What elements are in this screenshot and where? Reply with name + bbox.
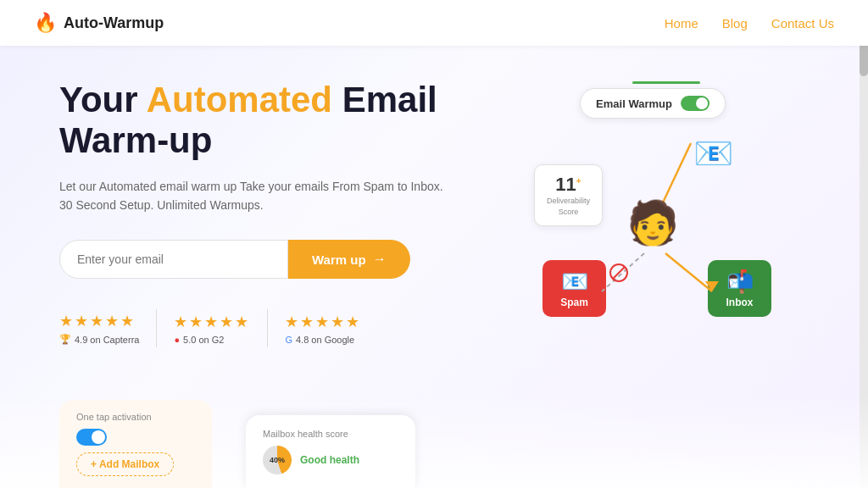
deliverability-score-card: 11+ Deliverability Score [534,164,603,226]
g2-stars: ★★★★★ [174,313,250,331]
right-illustration: Email Warmup 11+ [517,80,788,347]
svg-line-2 [665,253,712,291]
logo: 🔥 Auto-Warmup [34,12,164,34]
capterra-text: 4.9 on Capterra [75,335,139,345]
health-title: Mailbox health score [263,429,398,439]
google-text: 4.8 on Google [296,335,354,345]
logo-text: Auto-Warmup [64,14,164,32]
warmup-button-label: Warm up [312,252,366,267]
ratings-row: ★★★★★ 🏆 4.9 on Capterra ★★★★★ ● 5.0 on G… [59,309,500,347]
google-icon: G [285,335,292,345]
spam-box: 📧 Spam [542,260,606,317]
g2-label: ● 5.0 on G2 [174,335,224,345]
email-warmup-card: Email Warmup [580,88,726,119]
email-warmup-label: Email Warmup [596,97,672,110]
score-number: 11+ [547,174,590,196]
activation-card: One tap activation + Add Mailbox [59,400,212,488]
nav-contact[interactable]: Contact Us [771,16,834,30]
rating-capterra: ★★★★★ 🏆 4.9 on Capterra [59,312,139,345]
rating-divider-2 [267,309,268,347]
rating-g2: ★★★★★ ● 5.0 on G2 [174,313,250,345]
google-label: G 4.8 on Google [285,335,354,345]
headline-automated: Automated [147,80,332,119]
left-section: Your Automated Email Warm-up Let our Aut… [59,80,500,347]
main-content: Your Automated Email Warm-up Let our Aut… [0,46,868,364]
warmup-toggle[interactable] [681,96,709,111]
capterra-icon: 🏆 [59,334,71,345]
svg-line-1 [602,253,644,291]
health-circle: 40% [263,446,292,474]
nav: Home Blog Contact Us [665,16,834,30]
rating-google: ★★★★★ G 4.8 on Google [285,313,361,345]
bottom-preview: One tap activation + Add Mailbox Mailbox… [0,395,868,488]
add-mailbox-label: + Add Mailbox [91,458,159,470]
warmup-arrow-icon: → [373,252,387,267]
inbox-box: 📬 Inbox [708,260,771,317]
score-label: Deliverability Score [547,196,590,217]
illustration-container: Email Warmup 11+ [526,88,780,325]
subtitle-line2: 30 Second Setup. Unlimited Warmups. [59,198,264,212]
activation-toggle-row [76,429,195,446]
svg-point-4 [610,264,627,281]
logo-icon: 🔥 [34,12,57,34]
person-figure: 🧑 [626,198,679,247]
health-card: Mailbox health score 40% Good health [246,415,415,488]
capterra-stars: ★★★★★ [59,312,136,330]
g2-icon: ● [174,335,180,345]
spam-label: Spam [560,297,588,308]
nav-blog[interactable]: Blog [722,16,748,30]
activation-title: One tap activation [76,412,195,422]
activation-toggle[interactable] [76,429,107,446]
header: 🔥 Auto-Warmup Home Blog Contact Us [0,0,868,46]
svg-line-5 [613,267,625,279]
health-label: Good health [300,454,359,466]
envelope-icon: 📧 [693,135,733,172]
inbox-label: Inbox [726,297,754,308]
inbox-box-icon: 📬 [721,269,758,295]
green-line-decoration [632,81,700,84]
rating-divider-1 [156,309,157,347]
health-row: 40% Good health [263,446,398,474]
headline: Your Automated Email Warm-up [59,80,500,162]
capterra-label: 🏆 4.9 on Capterra [59,334,139,345]
subtitle-line1: Let our Automated email warm up Take you… [59,180,443,193]
email-input[interactable] [59,240,288,279]
subtitle: Let our Automated email warm up Take you… [59,177,500,215]
add-mailbox-button[interactable]: + Add Mailbox [76,452,174,476]
spam-box-icon: 📧 [556,269,593,295]
google-stars: ★★★★★ [285,313,361,331]
health-value: 40% [270,456,285,464]
warmup-button[interactable]: Warm up → [288,240,410,279]
cta-row: Warm up → [59,240,500,279]
headline-part1: Your [59,80,147,119]
nav-home[interactable]: Home [665,16,698,30]
g2-text: 5.0 on G2 [183,335,224,345]
